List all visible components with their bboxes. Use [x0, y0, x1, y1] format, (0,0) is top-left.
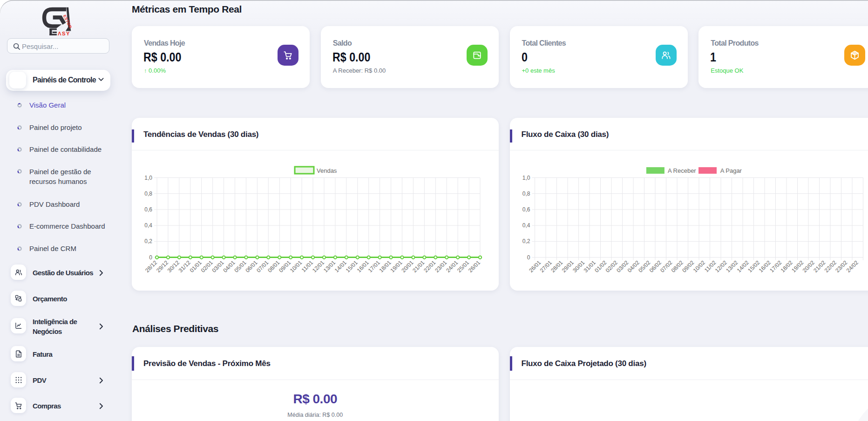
- svg-text:18/02: 18/02: [779, 259, 793, 274]
- svg-text:15/01: 15/01: [345, 259, 359, 274]
- svg-text:29/01: 29/01: [560, 259, 575, 274]
- svg-text:0,8: 0,8: [144, 190, 152, 197]
- svg-text:20/01: 20/01: [400, 259, 414, 274]
- svg-text:28/01: 28/01: [549, 259, 564, 274]
- svg-text:09/01: 09/01: [278, 259, 292, 274]
- svg-text:03/02: 03/02: [615, 259, 630, 274]
- svg-text:0,6: 0,6: [522, 206, 530, 213]
- svg-text:21/02: 21/02: [812, 259, 827, 274]
- svg-text:07/02: 07/02: [659, 259, 673, 274]
- svg-text:05/02: 05/02: [637, 259, 651, 274]
- svg-text:11/02: 11/02: [703, 259, 717, 274]
- svg-text:13/01: 13/01: [322, 259, 337, 274]
- svg-text:0,2: 0,2: [144, 238, 152, 244]
- svg-text:21/01: 21/01: [411, 259, 426, 274]
- svg-text:23/01: 23/01: [434, 259, 448, 274]
- svg-text:31/01: 31/01: [582, 259, 597, 274]
- svg-text:02/01: 02/01: [200, 259, 214, 274]
- svg-text:14/01: 14/01: [333, 259, 348, 274]
- svg-text:07/01: 07/01: [255, 259, 270, 274]
- svg-text:01/02: 01/02: [593, 259, 608, 274]
- svg-text:30/01: 30/01: [571, 259, 586, 274]
- svg-text:0,8: 0,8: [522, 190, 530, 197]
- svg-text:25/01: 25/01: [456, 259, 470, 274]
- svg-text:09/02: 09/02: [681, 259, 695, 274]
- svg-text:31/12: 31/12: [177, 259, 192, 274]
- svg-text:1,0: 1,0: [522, 175, 530, 181]
- svg-text:28/12: 28/12: [144, 259, 158, 274]
- svg-text:0,4: 0,4: [522, 222, 530, 229]
- svg-text:15/02: 15/02: [746, 259, 761, 274]
- svg-text:30/12: 30/12: [166, 259, 181, 274]
- svg-text:06/01: 06/01: [244, 259, 258, 274]
- svg-text:29/12: 29/12: [155, 259, 170, 274]
- svg-text:10/02: 10/02: [692, 259, 706, 274]
- svg-text:23/02: 23/02: [834, 259, 848, 274]
- svg-text:11/01: 11/01: [300, 259, 315, 274]
- svg-text:0,2: 0,2: [522, 238, 530, 244]
- svg-text:17/02: 17/02: [768, 259, 783, 274]
- svg-text:03/01: 03/01: [211, 259, 225, 274]
- svg-text:0: 0: [149, 254, 152, 261]
- svg-text:1,0: 1,0: [144, 175, 152, 181]
- svg-text:18/01: 18/01: [378, 259, 393, 274]
- svg-text:17/01: 17/01: [367, 259, 381, 274]
- svg-text:0: 0: [527, 254, 530, 261]
- svg-text:20/02: 20/02: [801, 259, 815, 274]
- svg-text:16/01: 16/01: [356, 259, 370, 274]
- svg-text:26/01: 26/01: [528, 259, 542, 274]
- svg-text:05/01: 05/01: [233, 259, 247, 274]
- svg-text:22/02: 22/02: [823, 259, 837, 274]
- svg-text:A Pagar: A Pagar: [720, 167, 742, 174]
- svg-text:26/01: 26/01: [467, 259, 481, 274]
- svg-text:0,4: 0,4: [144, 222, 152, 229]
- svg-text:04/02: 04/02: [626, 259, 640, 274]
- svg-text:08/01: 08/01: [266, 259, 281, 274]
- svg-text:19/02: 19/02: [790, 259, 805, 274]
- svg-text:08/02: 08/02: [670, 259, 684, 274]
- svg-text:22/01: 22/01: [422, 259, 437, 274]
- svg-text:01/01: 01/01: [189, 259, 203, 274]
- svg-text:04/01: 04/01: [222, 259, 237, 274]
- svg-text:24/01: 24/01: [445, 259, 459, 274]
- svg-text:06/02: 06/02: [648, 259, 662, 274]
- svg-text:Vendas: Vendas: [317, 167, 337, 174]
- svg-text:ΛSY: ΛSY: [58, 31, 70, 36]
- svg-text:12/02: 12/02: [713, 259, 728, 274]
- svg-text:A Receber: A Receber: [668, 167, 696, 174]
- svg-text:14/02: 14/02: [735, 259, 750, 274]
- svg-text:02/02: 02/02: [604, 259, 618, 274]
- svg-text:19/01: 19/01: [389, 259, 403, 274]
- svg-text:10/01: 10/01: [289, 259, 303, 274]
- svg-text:13/02: 13/02: [725, 259, 739, 274]
- svg-text:12/01: 12/01: [311, 259, 326, 274]
- svg-text:16/02: 16/02: [757, 259, 772, 274]
- svg-text:0,6: 0,6: [144, 206, 152, 213]
- svg-text:27/01: 27/01: [538, 259, 553, 274]
- svg-text:24/02: 24/02: [845, 259, 859, 274]
